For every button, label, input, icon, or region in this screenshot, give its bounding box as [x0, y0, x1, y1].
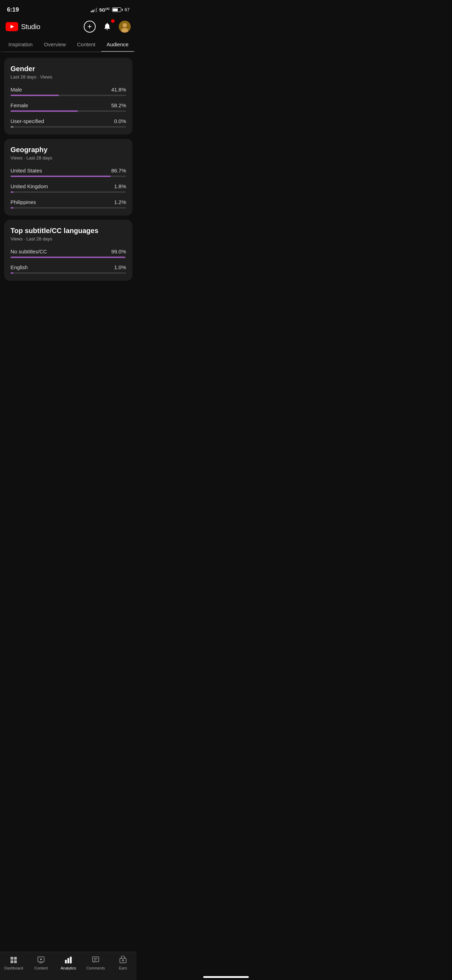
gender-female-track	[11, 110, 126, 112]
subtitles-subtitle: Views · Last 28 days	[11, 236, 126, 242]
gender-specified-row: User-specified 0.0%	[11, 118, 126, 127]
geo-uk-track	[11, 191, 126, 193]
tabs: Inspiration Overview Content Audience Re…	[0, 37, 137, 51]
geo-uk-dot	[11, 191, 13, 193]
tab-revenue[interactable]: Revenue	[134, 37, 137, 51]
geography-title: Geography	[11, 146, 126, 154]
youtube-icon	[6, 22, 18, 31]
add-button[interactable]: +	[83, 20, 96, 33]
gender-female-fill	[11, 110, 78, 112]
tab-content[interactable]: Content	[72, 37, 101, 51]
subtitles-title: Top subtitle/CC languages	[11, 227, 126, 235]
tab-overview[interactable]: Overview	[38, 37, 72, 51]
sub-en-value: 1.0%	[114, 264, 126, 270]
gender-male-fill	[11, 95, 59, 96]
geo-uk-value: 1.8%	[114, 183, 126, 189]
bell-icon	[103, 22, 111, 31]
geo-us-row: United States 86.7%	[11, 167, 126, 177]
tab-inspiration[interactable]: Inspiration	[3, 37, 38, 51]
gender-female-label: Female	[11, 102, 28, 108]
sub-en-dot	[11, 272, 13, 274]
geo-uk-label: United Kingdom	[11, 183, 48, 189]
gender-specified-dot	[11, 126, 13, 127]
gender-female-row: Female 58.2%	[11, 102, 126, 112]
geo-us-label: United States	[11, 167, 42, 173]
battery-percent: 67	[125, 7, 130, 12]
sub-none-fill	[11, 256, 125, 258]
signal-icon	[91, 7, 97, 12]
tabs-container[interactable]: Inspiration Overview Content Audience Re…	[0, 37, 137, 52]
status-bar: 6:19 5GUC 67	[0, 0, 137, 18]
main-content: Gender Last 28 days · Views Male 41.8% F…	[0, 54, 137, 312]
sub-none-label: No subtitles/CC	[11, 248, 47, 255]
sub-en-label: English	[11, 264, 28, 270]
gender-male-value: 41.8%	[111, 87, 126, 92]
notification-button[interactable]	[101, 20, 113, 33]
battery-icon	[112, 7, 123, 12]
notification-badge	[111, 19, 115, 23]
header: Studio +	[0, 18, 137, 37]
sub-none-track	[11, 256, 126, 258]
gender-female-value: 58.2%	[111, 102, 126, 108]
geo-us-value: 86.7%	[111, 167, 126, 173]
geo-ph-track	[11, 207, 126, 208]
geo-uk-row: United Kingdom 1.8%	[11, 183, 126, 193]
geo-ph-dot	[11, 207, 13, 208]
app-name: Studio	[21, 23, 40, 31]
geo-ph-label: Philippines	[11, 199, 36, 205]
geo-ph-row: Philippines 1.2%	[11, 199, 126, 208]
status-icons: 5GUC 67	[91, 7, 130, 13]
gender-card: Gender Last 28 days · Views Male 41.8% F…	[4, 58, 132, 135]
geo-us-fill	[11, 176, 111, 177]
sub-none-value: 99.0%	[111, 248, 126, 255]
gender-specified-value: 0.0%	[114, 118, 126, 124]
logo: Studio	[6, 22, 40, 31]
tab-audience[interactable]: Audience	[101, 37, 134, 51]
geo-us-track	[11, 176, 126, 177]
gender-specified-label: User-specified	[11, 118, 44, 124]
geo-ph-value: 1.2%	[114, 199, 126, 205]
gender-male-row: Male 41.8%	[11, 87, 126, 96]
subtitles-card: Top subtitle/CC languages Views · Last 2…	[4, 220, 132, 281]
geography-card: Geography Views · Last 28 days United St…	[4, 139, 132, 216]
gender-specified-track	[11, 126, 126, 127]
sub-none-row: No subtitles/CC 99.0%	[11, 248, 126, 258]
status-time: 6:19	[7, 6, 19, 13]
gender-subtitle: Last 28 days · Views	[11, 74, 126, 80]
avatar[interactable]	[118, 20, 131, 33]
geography-subtitle: Views · Last 28 days	[11, 155, 126, 161]
gender-male-label: Male	[11, 87, 22, 92]
header-actions: +	[83, 20, 131, 33]
sub-en-track	[11, 272, 126, 274]
network-label: 5GUC	[99, 7, 110, 13]
separator	[4, 52, 132, 52]
sub-en-row: English 1.0%	[11, 264, 126, 274]
gender-male-track	[11, 95, 126, 96]
gender-title: Gender	[11, 65, 126, 73]
svg-point-3	[123, 23, 127, 27]
